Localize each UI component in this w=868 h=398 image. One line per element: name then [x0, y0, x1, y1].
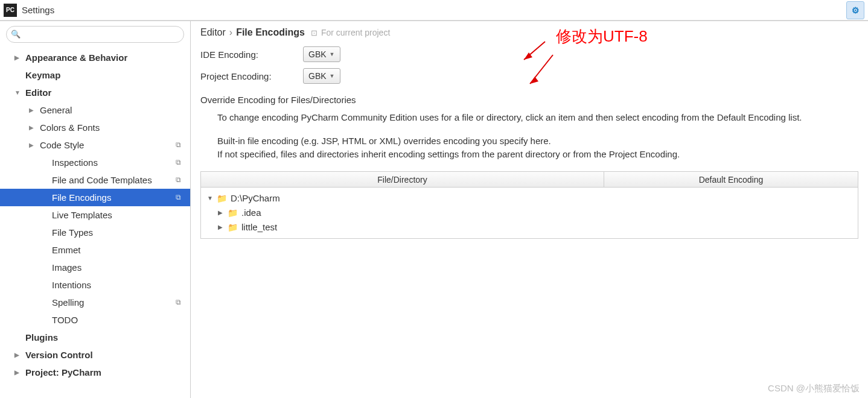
tree-arrow-icon: [218, 209, 226, 216]
sidebar-item-appearance-behavior[interactable]: Appearance & Behavior: [0, 49, 190, 66]
file-label: D:\PyCharm: [231, 193, 280, 203]
sidebar-item-label: Keymap: [25, 70, 185, 80]
tree-arrow-icon: [14, 352, 23, 358]
sidebar-item-general[interactable]: General: [0, 101, 190, 119]
table-col-encoding[interactable]: Default Encoding: [604, 172, 858, 187]
annotation-text: 修改为UTF-8: [556, 26, 648, 47]
project-scope-icon: ⧉: [176, 298, 185, 308]
file-row[interactable]: 📁D:\PyCharm: [207, 191, 852, 206]
sidebar-item-intentions[interactable]: Intentions: [0, 276, 190, 294]
tree-arrow-icon: [207, 195, 215, 201]
sidebar-item-label: Inspections: [52, 157, 176, 168]
file-row[interactable]: 📁.idea: [207, 206, 852, 220]
sidebar-item-label: Plugins: [25, 332, 185, 343]
sidebar-item-label: Appearance & Behavior: [25, 52, 185, 63]
toolbox-icon[interactable]: ⚙: [846, 1, 864, 19]
tree-arrow-icon: [29, 107, 37, 113]
sidebar-item-label: Live Templates: [52, 210, 185, 220]
sidebar-item-file-and-code-templates[interactable]: File and Code Templates⧉: [0, 171, 190, 189]
help-p1: To change encoding PyCharm Community Edi…: [217, 111, 858, 125]
folder-icon: 📁: [228, 223, 238, 232]
sidebar-item-label: File Types: [52, 227, 185, 238]
sidebar-item-label: General: [40, 105, 185, 115]
help-text: To change encoding PyCharm Community Edi…: [217, 111, 858, 162]
project-encoding-value: GBK: [308, 71, 327, 81]
watermark: CSDN @小熊猫爱恰饭: [768, 383, 860, 394]
sidebar-item-label: Project: PyCharm: [25, 367, 185, 377]
table-body: 📁D:\PyCharm📁.idea📁little_test: [201, 188, 858, 238]
scope-icon: ⊡: [311, 28, 318, 37]
sidebar-item-plugins[interactable]: Plugins: [0, 329, 190, 346]
sidebar-item-version-control[interactable]: Version Control: [0, 346, 190, 364]
project-scope-icon: ⧉: [176, 158, 185, 168]
breadcrumb: Editor › File Encodings ⊡ For current pr…: [200, 27, 858, 38]
breadcrumb-separator: ›: [229, 27, 232, 38]
chevron-down-icon: ▼: [330, 73, 335, 79]
sidebar-item-colors-fonts[interactable]: Colors & Fonts: [0, 119, 190, 136]
override-title: Override Encoding for Files/Directories: [200, 95, 858, 105]
sidebar-item-label: TODO: [52, 315, 185, 325]
tree-arrow-icon: [14, 369, 23, 376]
sidebar-item-label: Colors & Fonts: [40, 122, 185, 133]
tree-arrow-icon: [218, 224, 226, 230]
file-label: little_test: [241, 222, 277, 232]
sidebar-item-editor[interactable]: Editor: [0, 84, 190, 101]
file-label: .idea: [241, 207, 261, 218]
sidebar-item-live-templates[interactable]: Live Templates: [0, 206, 190, 224]
sidebar-item-label: File Encodings: [52, 192, 176, 203]
sidebar-item-keymap[interactable]: Keymap: [0, 66, 190, 84]
app-icon: PC: [4, 4, 17, 17]
ide-encoding-dropdown[interactable]: GBK ▼: [303, 46, 340, 62]
sidebar-item-label: Images: [52, 262, 185, 273]
project-scope-icon: ⧉: [176, 141, 185, 150]
settings-tree: Appearance & BehaviorKeymapEditorGeneral…: [0, 48, 190, 382]
sidebar-item-label: File and Code Templates: [52, 175, 176, 185]
folder-icon: 📁: [228, 208, 238, 218]
sidebar-item-todo[interactable]: TODO: [0, 311, 190, 329]
sidebar-item-code-style[interactable]: Code Style⧉: [0, 136, 190, 154]
annotation-arrow-1: [325, 27, 548, 100]
ide-encoding-value: GBK: [308, 49, 327, 59]
sidebar-item-images[interactable]: Images: [0, 259, 190, 276]
tree-arrow-icon: [29, 142, 37, 148]
sidebar-item-project-pycharm[interactable]: Project: PyCharm: [0, 364, 190, 381]
sidebar-item-file-encodings[interactable]: File Encodings⧉: [0, 189, 190, 206]
tree-arrow-icon: [29, 124, 37, 131]
sidebar-item-label: Spelling: [52, 297, 176, 308]
ide-encoding-label: IDE Encoding:: [200, 49, 303, 60]
encoding-table: File/Directory Default Encoding 📁D:\PyCh…: [200, 171, 858, 239]
sidebar-item-emmet[interactable]: Emmet: [0, 241, 190, 259]
sidebar-item-label: Code Style: [40, 140, 176, 150]
sidebar-item-file-types[interactable]: File Types: [0, 224, 190, 241]
tree-arrow-icon: [14, 89, 23, 96]
project-encoding-label: Project Encoding:: [200, 71, 303, 81]
chevron-down-icon: ▼: [330, 51, 335, 57]
project-scope-icon: ⧉: [176, 175, 185, 185]
breadcrumb-part2: File Encodings: [236, 27, 305, 38]
content-panel: Editor › File Encodings ⊡ For current pr…: [191, 21, 868, 398]
file-row[interactable]: 📁little_test: [207, 220, 852, 235]
help-p3: If not specified, files and directories …: [217, 148, 858, 162]
sidebar-item-label: Intentions: [52, 280, 185, 290]
breadcrumb-scope: For current project: [321, 28, 390, 37]
sidebar: 🔍 Appearance & BehaviorKeymapEditorGener…: [0, 21, 191, 398]
table-col-file[interactable]: File/Directory: [201, 172, 604, 187]
breadcrumb-part1: Editor: [200, 27, 226, 38]
sidebar-item-label: Emmet: [52, 245, 185, 255]
help-p2: Built-in file encoding (e.g. JSP, HTML o…: [217, 134, 858, 148]
sidebar-item-label: Version Control: [25, 350, 185, 360]
folder-icon: 📁: [217, 194, 227, 203]
window-title: Settings: [22, 5, 54, 15]
search-icon: 🔍: [11, 30, 21, 39]
titlebar: PC Settings ⚙: [0, 0, 868, 21]
tree-arrow-icon: [14, 54, 23, 61]
sidebar-item-spelling[interactable]: Spelling⧉: [0, 294, 190, 311]
sidebar-item-inspections[interactable]: Inspections⧉: [0, 154, 190, 171]
project-encoding-dropdown[interactable]: GBK ▼: [303, 68, 340, 84]
search-input[interactable]: [6, 26, 184, 43]
project-scope-icon: ⧉: [176, 193, 185, 203]
sidebar-item-label: Editor: [25, 87, 185, 98]
